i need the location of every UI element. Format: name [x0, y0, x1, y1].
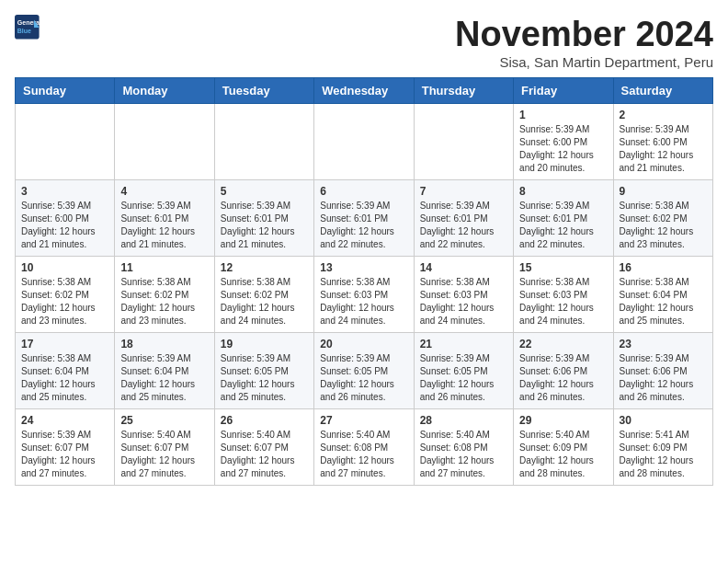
calendar-cell: 17Sunrise: 5:38 AM Sunset: 6:04 PM Dayli…: [16, 333, 115, 409]
day-number: 21: [420, 338, 507, 350]
weekday-header: Thursday: [414, 78, 513, 104]
svg-text:Blue: Blue: [17, 28, 31, 34]
calendar-cell: 20Sunrise: 5:39 AM Sunset: 6:05 PM Dayli…: [314, 333, 414, 409]
calendar-cell: 24Sunrise: 5:39 AM Sunset: 6:07 PM Dayli…: [16, 409, 115, 486]
day-number: 20: [320, 338, 407, 350]
day-number: 30: [620, 414, 707, 427]
calendar-cell: 11Sunrise: 5:38 AM Sunset: 6:02 PM Dayli…: [115, 257, 214, 333]
day-number: 8: [519, 185, 607, 198]
day-info: Sunrise: 5:38 AM Sunset: 6:03 PM Dayligh…: [519, 276, 607, 327]
day-info: Sunrise: 5:39 AM Sunset: 6:05 PM Dayligh…: [320, 352, 407, 404]
subtitle: Sisa, San Martin Department, Peru: [455, 54, 713, 70]
calendar-week-row: 3Sunrise: 5:39 AM Sunset: 6:00 PM Daylig…: [16, 180, 713, 257]
day-number: 7: [420, 185, 507, 198]
day-info: Sunrise: 5:38 AM Sunset: 6:04 PM Dayligh…: [21, 352, 108, 404]
day-number: 27: [320, 414, 407, 427]
logo: General Blue: [15, 15, 40, 40]
day-number: 26: [221, 414, 308, 427]
month-title: November 2024: [455, 15, 713, 54]
calendar-week-row: 17Sunrise: 5:38 AM Sunset: 6:04 PM Dayli…: [16, 333, 713, 409]
calendar-cell: [16, 104, 115, 180]
day-info: Sunrise: 5:39 AM Sunset: 6:05 PM Dayligh…: [221, 352, 308, 404]
day-number: 24: [21, 414, 108, 427]
calendar-table: SundayMondayTuesdayWednesdayThursdayFrid…: [15, 77, 713, 486]
calendar-cell: 15Sunrise: 5:38 AM Sunset: 6:03 PM Dayli…: [514, 257, 613, 333]
calendar-cell: 25Sunrise: 5:40 AM Sunset: 6:07 PM Dayli…: [115, 409, 214, 486]
day-info: Sunrise: 5:40 AM Sunset: 6:08 PM Dayligh…: [420, 429, 507, 480]
page-header: General Blue November 2024 Sisa, San Mar…: [15, 15, 713, 70]
weekday-header: Saturday: [613, 78, 712, 104]
calendar-cell: 30Sunrise: 5:41 AM Sunset: 6:09 PM Dayli…: [613, 409, 712, 486]
day-info: Sunrise: 5:38 AM Sunset: 6:04 PM Dayligh…: [620, 276, 707, 327]
day-info: Sunrise: 5:38 AM Sunset: 6:02 PM Dayligh…: [21, 276, 108, 327]
day-number: 15: [519, 261, 607, 274]
day-info: Sunrise: 5:39 AM Sunset: 6:05 PM Dayligh…: [420, 352, 507, 404]
calendar-cell: 28Sunrise: 5:40 AM Sunset: 6:08 PM Dayli…: [414, 409, 513, 486]
day-number: 9: [620, 185, 707, 198]
day-info: Sunrise: 5:39 AM Sunset: 6:01 PM Dayligh…: [120, 200, 208, 251]
calendar-cell: [314, 104, 414, 180]
calendar-cell: 23Sunrise: 5:39 AM Sunset: 6:06 PM Dayli…: [613, 333, 712, 409]
weekday-header: Sunday: [16, 78, 115, 104]
day-number: 6: [320, 185, 407, 198]
day-info: Sunrise: 5:40 AM Sunset: 6:08 PM Dayligh…: [320, 429, 407, 480]
calendar-cell: 6Sunrise: 5:39 AM Sunset: 6:01 PM Daylig…: [314, 180, 414, 257]
day-number: 1: [519, 109, 607, 121]
calendar-cell: 2Sunrise: 5:39 AM Sunset: 6:00 PM Daylig…: [613, 104, 712, 180]
day-info: Sunrise: 5:40 AM Sunset: 6:07 PM Dayligh…: [120, 429, 208, 480]
day-info: Sunrise: 5:39 AM Sunset: 6:01 PM Dayligh…: [420, 200, 507, 251]
weekday-header: Wednesday: [314, 78, 414, 104]
calendar-cell: [115, 104, 214, 180]
calendar-cell: 9Sunrise: 5:38 AM Sunset: 6:02 PM Daylig…: [613, 180, 712, 257]
day-number: 16: [620, 261, 707, 274]
calendar-cell: 14Sunrise: 5:38 AM Sunset: 6:03 PM Dayli…: [414, 257, 513, 333]
day-info: Sunrise: 5:39 AM Sunset: 6:06 PM Dayligh…: [620, 352, 707, 404]
calendar-week-row: 24Sunrise: 5:39 AM Sunset: 6:07 PM Dayli…: [16, 409, 713, 486]
logo-icon: General Blue: [15, 15, 40, 40]
day-number: 3: [21, 185, 108, 198]
day-number: 25: [120, 414, 208, 427]
day-number: 23: [620, 338, 707, 350]
day-info: Sunrise: 5:39 AM Sunset: 6:00 PM Dayligh…: [21, 200, 108, 251]
day-info: Sunrise: 5:39 AM Sunset: 6:01 PM Dayligh…: [221, 200, 308, 251]
day-info: Sunrise: 5:38 AM Sunset: 6:03 PM Dayligh…: [420, 276, 507, 327]
calendar-cell: 18Sunrise: 5:39 AM Sunset: 6:04 PM Dayli…: [115, 333, 214, 409]
day-number: 29: [519, 414, 607, 427]
day-number: 14: [420, 261, 507, 274]
day-info: Sunrise: 5:38 AM Sunset: 6:02 PM Dayligh…: [221, 276, 308, 327]
day-info: Sunrise: 5:39 AM Sunset: 6:06 PM Dayligh…: [519, 352, 607, 404]
calendar-cell: 12Sunrise: 5:38 AM Sunset: 6:02 PM Dayli…: [214, 257, 313, 333]
calendar-cell: 29Sunrise: 5:40 AM Sunset: 6:09 PM Dayli…: [514, 409, 613, 486]
day-info: Sunrise: 5:38 AM Sunset: 6:03 PM Dayligh…: [320, 276, 407, 327]
day-number: 4: [120, 185, 208, 198]
day-info: Sunrise: 5:40 AM Sunset: 6:09 PM Dayligh…: [519, 429, 607, 480]
weekday-header: Tuesday: [214, 78, 313, 104]
day-info: Sunrise: 5:39 AM Sunset: 6:04 PM Dayligh…: [120, 352, 208, 404]
title-area: November 2024 Sisa, San Martin Departmen…: [455, 15, 713, 70]
calendar-cell: 5Sunrise: 5:39 AM Sunset: 6:01 PM Daylig…: [214, 180, 313, 257]
calendar-cell: 3Sunrise: 5:39 AM Sunset: 6:00 PM Daylig…: [16, 180, 115, 257]
calendar-cell: 10Sunrise: 5:38 AM Sunset: 6:02 PM Dayli…: [16, 257, 115, 333]
day-number: 5: [221, 185, 308, 198]
calendar-cell: 27Sunrise: 5:40 AM Sunset: 6:08 PM Dayli…: [314, 409, 414, 486]
calendar-cell: 19Sunrise: 5:39 AM Sunset: 6:05 PM Dayli…: [214, 333, 313, 409]
calendar-cell: [414, 104, 513, 180]
day-info: Sunrise: 5:39 AM Sunset: 6:01 PM Dayligh…: [519, 200, 607, 251]
calendar-cell: 7Sunrise: 5:39 AM Sunset: 6:01 PM Daylig…: [414, 180, 513, 257]
day-number: 11: [120, 261, 208, 274]
calendar-cell: 8Sunrise: 5:39 AM Sunset: 6:01 PM Daylig…: [514, 180, 613, 257]
calendar-week-row: 1Sunrise: 5:39 AM Sunset: 6:00 PM Daylig…: [16, 104, 713, 180]
day-info: Sunrise: 5:39 AM Sunset: 6:00 PM Dayligh…: [620, 123, 707, 175]
calendar-week-row: 10Sunrise: 5:38 AM Sunset: 6:02 PM Dayli…: [16, 257, 713, 333]
day-info: Sunrise: 5:39 AM Sunset: 6:00 PM Dayligh…: [519, 123, 607, 175]
day-info: Sunrise: 5:38 AM Sunset: 6:02 PM Dayligh…: [620, 200, 707, 251]
day-number: 18: [120, 338, 208, 350]
day-number: 2: [620, 109, 707, 121]
calendar-cell: 13Sunrise: 5:38 AM Sunset: 6:03 PM Dayli…: [314, 257, 414, 333]
day-number: 19: [221, 338, 308, 350]
day-number: 12: [221, 261, 308, 274]
day-number: 22: [519, 338, 607, 350]
weekday-header: Friday: [514, 78, 613, 104]
calendar-cell: 22Sunrise: 5:39 AM Sunset: 6:06 PM Dayli…: [514, 333, 613, 409]
day-info: Sunrise: 5:38 AM Sunset: 6:02 PM Dayligh…: [120, 276, 208, 327]
